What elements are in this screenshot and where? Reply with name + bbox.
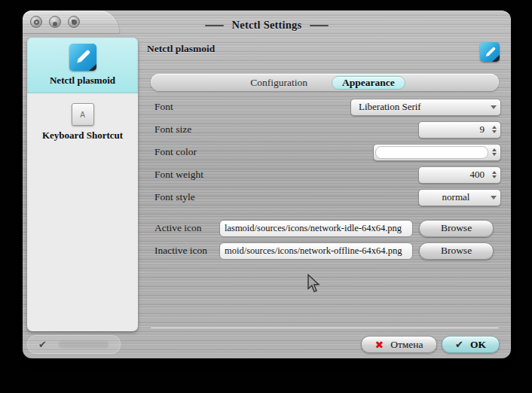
- sidebar: Netctl plasmoid A Keyboard Shortcut: [27, 38, 138, 331]
- sidebar-item-label: Netctl plasmoid: [50, 75, 115, 87]
- inactive-icon-label: Inactive icon: [147, 245, 219, 257]
- active-icon-label: Active icon: [147, 222, 219, 234]
- key-letter: A: [80, 111, 85, 119]
- font-style-dropdown[interactable]: normal: [418, 189, 501, 206]
- ghost-text-smudge: [59, 341, 109, 348]
- appearance-form: Font Liberation Serif Font size 9 Font c…: [147, 98, 501, 264]
- ghost-status-button: ✔: [27, 335, 121, 354]
- sidebar-item-keyboard-shortcut[interactable]: A Keyboard Shortcut: [27, 93, 138, 148]
- font-size-spinner[interactable]: 9: [418, 121, 501, 139]
- browse-button-label: Browse: [441, 245, 472, 257]
- check-icon: ✔: [38, 340, 47, 349]
- active-icon-browse-button[interactable]: Browse: [419, 220, 494, 237]
- ok-button[interactable]: ✔ OK: [442, 336, 500, 353]
- active-icon-row: Active icon Browse: [147, 219, 501, 237]
- page-title: Netctl plasmoid: [147, 43, 215, 55]
- browse-button-label: Browse: [441, 222, 472, 234]
- chevron-down-icon: [487, 190, 500, 206]
- font-style-row: Font style normal: [147, 188, 501, 206]
- spinner-arrows-icon[interactable]: [488, 145, 500, 160]
- font-color-label: Font color: [147, 146, 373, 158]
- spinner-arrows-icon[interactable]: [488, 167, 500, 183]
- font-weight-value: 400: [419, 169, 488, 181]
- screen: Netctl Settings Netctl plasmoid A Keyboa…: [0, 0, 532, 393]
- font-style-label: Font style: [147, 191, 418, 203]
- spinner-arrows-icon[interactable]: [488, 122, 500, 138]
- keyboard-key-icon: A: [72, 103, 94, 126]
- window-title: Netctl Settings: [232, 19, 302, 32]
- font-size-row: Font size 9: [147, 120, 501, 139]
- inactive-icon-row: Inactive icon Browse: [147, 242, 501, 260]
- font-weight-spinner[interactable]: 400: [418, 166, 501, 184]
- font-color-row: Font color: [147, 143, 501, 161]
- sidebar-item-netctl-plasmoid[interactable]: Netctl plasmoid: [27, 38, 138, 93]
- titlebar: Netctl Settings: [23, 19, 511, 32]
- font-style-value: normal: [419, 191, 487, 203]
- footer-buttons: ✖ Отмена ✔ OK: [361, 336, 500, 353]
- active-icon-path-input[interactable]: [219, 220, 413, 237]
- cancel-button-label: Отмена: [390, 339, 423, 351]
- color-swatch: [375, 146, 488, 159]
- pencil-icon: [69, 44, 96, 71]
- font-color-combobox[interactable]: [373, 144, 501, 161]
- netctl-settings-window: Netctl Settings Netctl plasmoid A Keyboa…: [23, 11, 511, 358]
- tab-bar: Configuration Appearance: [151, 74, 499, 91]
- font-weight-label: Font weight: [147, 169, 418, 181]
- cancel-button[interactable]: ✖ Отмена: [361, 336, 437, 353]
- title-dash-right: [310, 25, 329, 26]
- sidebar-item-label: Keyboard Shortcut: [42, 129, 123, 142]
- font-weight-row: Font weight 400: [147, 166, 501, 184]
- font-size-label: Font size: [147, 123, 418, 136]
- footer-separator: [151, 328, 499, 329]
- pencil-icon: [480, 42, 500, 62]
- font-dropdown-value: Liberation Serif: [351, 101, 487, 113]
- inactive-icon-path-input[interactable]: [219, 242, 413, 260]
- red-x-icon: ✖: [375, 340, 384, 350]
- font-label: Font: [147, 101, 350, 113]
- ok-button-label: OK: [470, 339, 486, 351]
- font-row: Font Liberation Serif: [147, 98, 501, 116]
- chevron-down-icon: [487, 99, 500, 115]
- font-dropdown[interactable]: Liberation Serif: [350, 99, 501, 116]
- title-dash-left: [205, 25, 224, 26]
- font-size-value: 9: [419, 123, 488, 136]
- inactive-icon-browse-button[interactable]: Browse: [419, 242, 494, 260]
- tab-appearance[interactable]: Appearance: [332, 76, 405, 90]
- tab-configuration[interactable]: Configuration: [244, 76, 313, 90]
- check-icon: ✔: [455, 340, 463, 349]
